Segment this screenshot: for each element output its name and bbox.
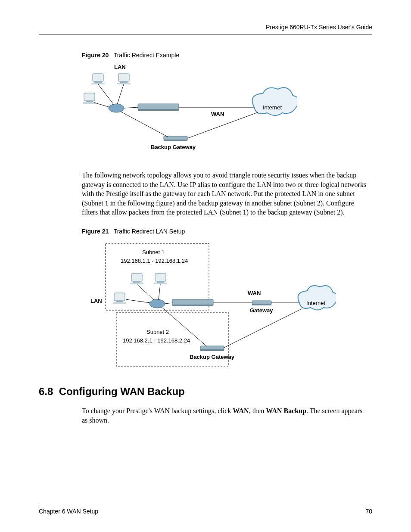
- svg-rect-27: [116, 301, 123, 302]
- fig21-internet-label: Internet: [306, 300, 325, 306]
- section-body-wan: WAN: [233, 407, 249, 414]
- svg-rect-32: [172, 299, 213, 305]
- svg-rect-24: [157, 281, 164, 283]
- svg-rect-1: [94, 81, 102, 83]
- svg-rect-6: [84, 93, 95, 101]
- fig20-lan-label: LAN: [114, 64, 126, 70]
- fig21-lan-label: LAN: [90, 298, 102, 304]
- prestige-device-icon: [172, 299, 213, 306]
- svg-rect-20: [131, 274, 142, 281]
- svg-line-42: [224, 309, 302, 348]
- prestige-device-icon: [138, 104, 179, 111]
- fig21-subnet1-range: 192.168.1.1 - 192.168.1.24: [121, 258, 188, 264]
- gateway-icon: [252, 301, 271, 305]
- svg-line-34: [165, 303, 172, 304]
- svg-line-30: [159, 284, 160, 300]
- cloud-icon: Internet: [298, 286, 336, 310]
- pc-icon: [130, 274, 143, 284]
- fig21-wan-label: WAN: [248, 290, 261, 296]
- svg-rect-2: [91, 83, 105, 84]
- section-number: 6.8: [39, 386, 53, 397]
- section-body: To change your Prestige's WAN backup set…: [82, 406, 368, 425]
- header-guide-title: Prestige 660RU-Tx Series User's Guide: [39, 24, 372, 34]
- figure-20-caption: Figure 20 Traffic Redirect Example: [82, 52, 372, 59]
- svg-rect-25: [154, 283, 167, 284]
- svg-rect-5: [117, 83, 131, 84]
- svg-line-14: [124, 107, 138, 108]
- fig21-subnet1-title: Subnet 1: [142, 249, 165, 255]
- svg-rect-17: [164, 140, 187, 141]
- pc-icon: [83, 93, 96, 104]
- svg-rect-33: [172, 305, 213, 306]
- pc-icon: [113, 293, 126, 304]
- svg-line-31: [126, 299, 150, 303]
- svg-line-9: [98, 84, 114, 105]
- section-heading-6-8: 6.8 Configuring WAN Backup: [39, 386, 372, 398]
- page-footer: Chapter 6 WAN Setup 70: [39, 505, 372, 515]
- figure-20-title: Traffic Redirect Example: [114, 52, 180, 59]
- figure-21-title: Traffic Redirect LAN Setup: [114, 228, 185, 235]
- svg-rect-4: [120, 81, 128, 83]
- router-icon: [109, 104, 124, 112]
- svg-rect-40: [252, 304, 271, 305]
- document-page: Prestige 660RU-Tx Series User's Guide Fi…: [0, 0, 411, 532]
- fig21-backup-gateway-label: Backup Gateway: [190, 354, 235, 360]
- figure-21-diagram: Subnet 1 192.168.1.1 - 192.168.1.24: [82, 239, 372, 373]
- fig20-internet-label: Internet: [263, 104, 282, 111]
- svg-rect-36: [200, 349, 224, 351]
- backup-gateway-icon: [164, 136, 187, 141]
- svg-rect-28: [113, 302, 126, 304]
- fig21-gateway-label: Gateway: [250, 307, 273, 314]
- footer-page-number: 70: [365, 508, 372, 515]
- paragraph-1: The following network topology allows yo…: [82, 171, 368, 217]
- figure-21-caption: Figure 21 Traffic Redirect LAN Setup: [82, 228, 372, 235]
- figure-20-label: Figure 20: [82, 52, 109, 59]
- svg-rect-0: [93, 74, 103, 81]
- svg-rect-23: [155, 274, 166, 281]
- svg-rect-21: [133, 281, 140, 283]
- pc-icon: [154, 274, 167, 284]
- svg-line-29: [137, 284, 154, 300]
- fig21-subnet2-title: Subnet 2: [146, 329, 169, 335]
- svg-rect-13: [138, 109, 179, 111]
- pc-icon: [117, 74, 131, 84]
- svg-rect-12: [138, 104, 179, 110]
- section-body-pre: To change your Prestige's WAN backup set…: [82, 407, 233, 414]
- svg-rect-7: [86, 101, 93, 102]
- section-title: Configuring WAN Backup: [59, 386, 185, 397]
- svg-line-11: [94, 103, 110, 107]
- figure-20-diagram: LAN: [82, 63, 372, 158]
- pc-icon: [91, 74, 105, 84]
- section-body-mid: , then: [249, 407, 266, 414]
- fig20-backup-gateway-label: Backup Gateway: [151, 144, 196, 150]
- svg-rect-26: [114, 293, 125, 301]
- svg-rect-3: [118, 74, 129, 81]
- svg-rect-22: [130, 283, 143, 284]
- fig21-subnet2-range: 192.168.2.1 - 192.168.2.24: [123, 337, 190, 344]
- fig20-wan-label: WAN: [211, 111, 224, 117]
- svg-line-18: [121, 112, 168, 137]
- svg-line-10: [117, 84, 124, 104]
- cloud-icon: Internet: [252, 87, 298, 115]
- router-icon: [149, 299, 165, 308]
- figure-21-label: Figure 21: [82, 228, 109, 235]
- footer-chapter: Chapter 6 WAN Setup: [39, 508, 98, 515]
- section-body-wanbackup: WAN Backup: [266, 407, 306, 414]
- backup-gateway-icon: [200, 346, 224, 351]
